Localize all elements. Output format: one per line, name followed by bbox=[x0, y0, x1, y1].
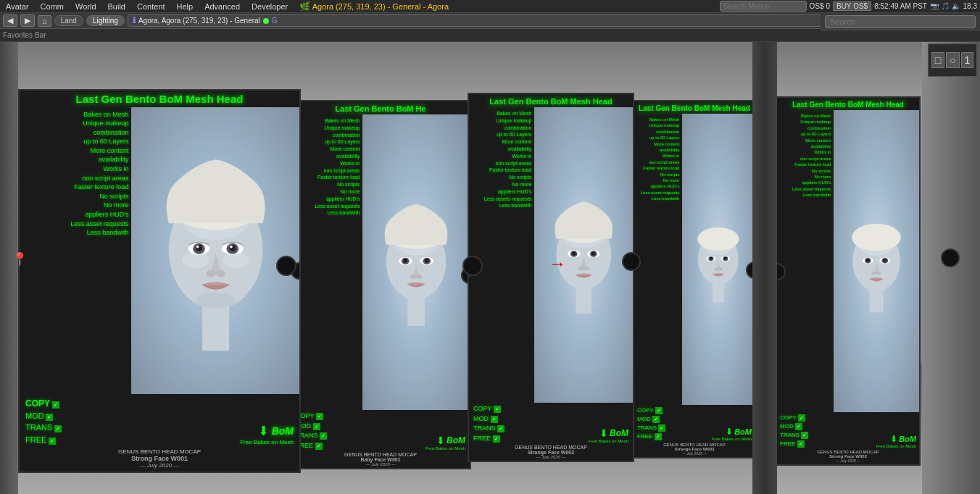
svg-point-48 bbox=[710, 257, 713, 260]
panel-4-permissions: COPY ✓ MOD ✓ TRANS ✓ FREE ✓ bbox=[637, 406, 665, 441]
location-pin-icon: 📍 bbox=[12, 251, 28, 267]
search-menus-input[interactable] bbox=[720, 1, 807, 12]
svg-point-62 bbox=[872, 272, 877, 275]
panel-2-features: Bakes on Mesh Unique makeup combination … bbox=[291, 114, 362, 410]
panel-3-title: Last Gen Bento BoM Mesh Head bbox=[469, 94, 633, 107]
svg-rect-53 bbox=[870, 288, 884, 312]
info-icon: ℹ bbox=[133, 16, 136, 25]
svg-point-13 bbox=[206, 270, 215, 277]
panel-5-title: Last Gen Bento BoM Mesh Head bbox=[777, 98, 919, 110]
home-button[interactable]: ⌂ bbox=[38, 15, 51, 27]
favorites-bar-label: Favorites Bar bbox=[3, 31, 46, 39]
time-display: 8:52:49 AM PST bbox=[874, 2, 927, 10]
svg-point-15 bbox=[195, 293, 236, 309]
top-right-area: OS$ 0 BUY OS$ 8:52:49 AM PST 📷 🎵 🔈 18.3 bbox=[720, 1, 980, 12]
location-text: Agora, Agora (275, 319, 23) - General bbox=[138, 17, 260, 25]
svg-point-10 bbox=[229, 245, 236, 251]
os-status: OS$ 0 bbox=[810, 2, 830, 10]
svg-point-11 bbox=[196, 246, 199, 248]
svg-point-37 bbox=[591, 252, 595, 256]
panel-1-title: Last Gen Bento BoM Mesh Head bbox=[20, 91, 299, 107]
menu-developer[interactable]: Developer bbox=[246, 2, 294, 11]
favorites-bar: Favorites Bar bbox=[0, 29, 980, 42]
main-3d-view: □ ○ 1 📍 Last Gen Bento BoM Mesh Head Bak… bbox=[0, 42, 980, 494]
svg-rect-41 bbox=[713, 282, 724, 303]
panel-5[interactable]: Last Gen Bento BoM Mesh Head Bakes on Me… bbox=[776, 96, 921, 466]
minimap-btn-3[interactable]: 1 bbox=[961, 52, 974, 68]
lighting-button[interactable]: Lighting bbox=[86, 15, 125, 26]
forward-button[interactable]: ▶ bbox=[20, 14, 35, 27]
panel-4[interactable]: Last Gen Bento BoM Mesh Head Bakes on Me… bbox=[633, 100, 756, 459]
search-input[interactable] bbox=[825, 15, 976, 28]
red-arrow: → bbox=[549, 254, 566, 274]
svg-point-51 bbox=[718, 268, 723, 271]
svg-rect-0 bbox=[202, 304, 229, 351]
svg-point-49 bbox=[724, 257, 727, 260]
svg-rect-29 bbox=[576, 286, 591, 314]
minimap-btn-2[interactable]: ○ bbox=[946, 52, 959, 68]
svg-point-64 bbox=[852, 224, 901, 251]
left-edge bbox=[0, 42, 18, 494]
minimap-btn-1[interactable]: □ bbox=[931, 52, 944, 68]
media-icons: 📷 🎵 🔈 bbox=[930, 2, 960, 10]
menu-world[interactable]: World bbox=[70, 2, 102, 11]
svg-point-27 bbox=[416, 275, 422, 280]
portal-g-badge: G bbox=[272, 17, 278, 25]
svg-point-25 bbox=[425, 259, 429, 263]
location-bar: ℹ Agora, Agora (275, 319, 23) - General … bbox=[128, 14, 939, 27]
green-dot bbox=[263, 18, 269, 24]
panel-1-date: — July 2020 — bbox=[20, 462, 299, 469]
handle-far-right bbox=[941, 248, 960, 267]
menu-avatar[interactable]: Avatar bbox=[0, 2, 35, 11]
right-edge bbox=[922, 42, 980, 494]
svg-point-36 bbox=[572, 252, 576, 256]
svg-point-14 bbox=[215, 270, 225, 277]
panel-3[interactable]: Last Gen Bento BoM Mesh Head Bakes on Me… bbox=[468, 93, 634, 462]
center-pillar bbox=[752, 42, 777, 494]
handle-panel-2-right bbox=[462, 256, 483, 276]
handle-panel-4-right bbox=[622, 252, 641, 271]
panel-3-features: Bakes on Mesh Unique makeup combination … bbox=[469, 107, 534, 403]
panel-1-bom: ⬇ BoM Free Bakes on Mesh bbox=[240, 423, 294, 445]
panel-2-title: Last Gen Bento BoM He bbox=[291, 101, 470, 114]
menu-advanced[interactable]: Advanced bbox=[199, 2, 246, 11]
svg-point-3 bbox=[222, 252, 249, 268]
panel-4-title: Last Gen Bento BoM Mesh Head bbox=[634, 101, 755, 114]
panel-1-subtitle: GENUS BENTO HEAD MOCAP bbox=[20, 448, 299, 455]
menu-comm[interactable]: Comm bbox=[35, 2, 70, 11]
svg-point-52 bbox=[698, 227, 739, 251]
panel-2-bom: ⬇ BoM Free Bakes on Mesh bbox=[425, 435, 465, 451]
minimap: □ ○ 1 bbox=[928, 43, 977, 77]
menu-content[interactable]: Content bbox=[131, 2, 171, 11]
svg-point-38 bbox=[578, 267, 584, 270]
svg-point-60 bbox=[866, 259, 870, 262]
panel-4-bom: ⬇ BoM Free Bakes on Mesh bbox=[712, 427, 752, 441]
panel-5-permissions: COPY ✓ MOD ✓ TRANS ✓ FREE ✓ bbox=[780, 414, 808, 448]
top-menu-bar: Avatar Comm World Build Content Help Adv… bbox=[0, 0, 980, 13]
panel-1-features: Bakes on Mesh Unique makeup combination … bbox=[20, 107, 131, 394]
land-button[interactable]: Land bbox=[54, 15, 83, 26]
svg-point-61 bbox=[884, 259, 887, 262]
panel-3-bom: ⬇ BoM Free Bakes on Mesh bbox=[589, 427, 628, 443]
panel-2[interactable]: Last Gen Bento BoM He Bakes on Mesh Uniq… bbox=[290, 100, 471, 469]
svg-rect-17 bbox=[407, 296, 425, 326]
version: 18.3 bbox=[963, 2, 977, 10]
panel-5-bom: ⬇ BoM Free Bakes on Mesh bbox=[876, 434, 916, 448]
svg-point-39 bbox=[584, 267, 589, 270]
svg-point-2 bbox=[182, 252, 209, 268]
svg-point-9 bbox=[195, 245, 202, 251]
handle-panel-1-right bbox=[276, 256, 296, 276]
svg-point-12 bbox=[230, 246, 233, 248]
svg-point-26 bbox=[410, 275, 416, 280]
menu-location-info: 🌿 Agora (275, 319, 23) - General - Agora bbox=[294, 1, 454, 12]
menu-build[interactable]: Build bbox=[102, 2, 131, 11]
panel-1-permissions: COPY ✓ MOD ✓ TRANS ✓ FREE ✓ bbox=[25, 397, 62, 446]
panel-4-features: Bakes on Mesh Unique makeup combination … bbox=[634, 114, 682, 405]
svg-point-63 bbox=[876, 272, 881, 275]
svg-point-50 bbox=[715, 268, 719, 271]
menu-help[interactable]: Help bbox=[171, 2, 199, 11]
back-button[interactable]: ◀ bbox=[3, 14, 17, 27]
panel-3-permissions: COPY ✓ MOD ✓ TRANS ✓ FREE ✓ bbox=[473, 404, 504, 443]
buy-os-button[interactable]: BUY OS$ bbox=[833, 1, 871, 11]
panel-1[interactable]: Last Gen Bento BoM Mesh Head Bakes on Me… bbox=[18, 89, 301, 473]
